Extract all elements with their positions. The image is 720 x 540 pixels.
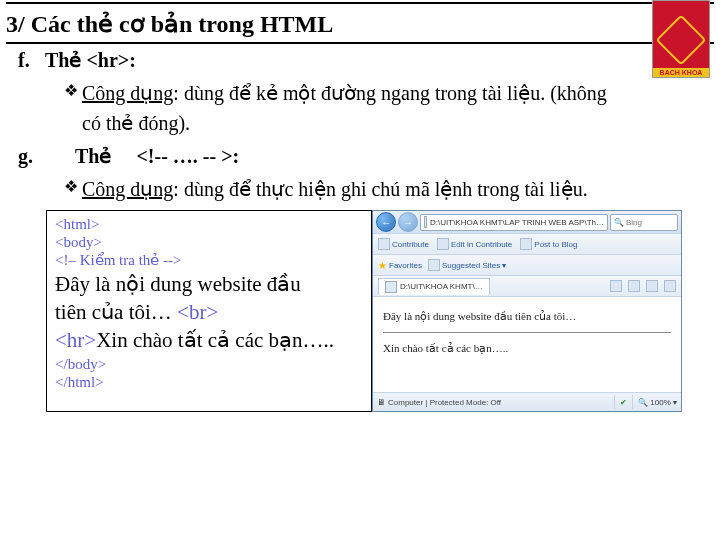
browser-tab[interactable]: D:\UIT\KHOA KHMT\… (378, 278, 490, 295)
page-title: 3/ Các thẻ cơ bản trong HTML (0, 4, 720, 42)
section-f-heading: f. Thẻ <hr>: (18, 48, 710, 72)
code-example-box: <html> <body> <!– Kiểm tra thẻ --> Đây l… (46, 210, 372, 412)
code-line: Đây là nội dung website đầu (55, 271, 363, 297)
code-line: <!– Kiểm tra thẻ --> (55, 251, 363, 269)
code-line: <body> (55, 233, 363, 251)
code-line: <html> (55, 215, 363, 233)
logo-text: BACH KHOA (653, 68, 709, 77)
browser-preview: ← → D:\UIT\KHOA KHMT\LAP TRINH WEB ASP\T… (372, 210, 682, 412)
post-to-blog-button[interactable]: Post to Blog (520, 238, 577, 250)
computer-icon: 🖥 (377, 398, 385, 407)
code-line: </html> (55, 373, 363, 391)
suggested-sites-button[interactable]: Suggested Sites ▾ (428, 259, 506, 271)
home-icon[interactable] (610, 280, 622, 292)
bullet-label: Công dụng (82, 178, 173, 200)
search-box[interactable]: 🔍Bing (610, 214, 678, 231)
contribute-button[interactable]: Contribute (378, 238, 429, 250)
section-letter: g. (18, 145, 40, 168)
hr-output (383, 332, 671, 333)
section-title-tag: <!-- …. -- >: (136, 145, 239, 167)
page-icon (424, 216, 427, 228)
bullet-continuation: có thẻ đóng). (82, 108, 710, 138)
favorites-button[interactable]: ★Favorites (378, 260, 422, 271)
section-g-heading: g. Thẻ <!-- …. -- >: (18, 144, 710, 168)
shield-icon: ✔ (620, 398, 627, 407)
back-button[interactable]: ← (376, 212, 396, 232)
code-line: tiên của tôi… <br> (55, 299, 363, 325)
browser-tab-bar: D:\UIT\KHOA KHMT\… (373, 276, 681, 297)
browser-titlebar: ← → D:\UIT\KHOA KHMT\LAP TRINH WEB ASP\T… (373, 211, 681, 234)
page-line-1: Đây là nội dung website đầu tiên của tôi… (383, 309, 671, 324)
browser-page-content: Đây là nội dung website đầu tiên của tôi… (373, 297, 681, 392)
section-letter: f. (18, 49, 40, 72)
browser-toolbar-contribute: Contribute Edit in Contribute Post to Bl… (373, 234, 681, 255)
page-line-2: Xin chào tất cả các bạn….. (383, 341, 671, 356)
star-icon: ★ (378, 260, 387, 271)
bullet-label: Công dụng (82, 82, 173, 104)
section-title: Thẻ <hr>: (45, 49, 136, 71)
section-g-bullet: ❖ Công dụng: dùng để thực hiện ghi chú m… (64, 174, 710, 204)
browser-favorites-bar: ★Favorites Suggested Sites ▾ (373, 255, 681, 276)
address-bar[interactable]: D:\UIT\KHOA KHMT\LAP TRINH WEB ASP\Th… (420, 214, 608, 231)
logo-diamond (656, 15, 707, 66)
code-line: <hr>Xin chào tất cả các bạn….. (55, 327, 363, 353)
mail-icon[interactable] (646, 280, 658, 292)
edit-in-contribute-button[interactable]: Edit in Contribute (437, 238, 512, 250)
feed-icon[interactable] (628, 280, 640, 292)
bullet-text: Công dụng: dùng để kẻ một đường ngang tr… (82, 78, 710, 108)
code-line: </body> (55, 355, 363, 373)
diamond-bullet-icon: ❖ (64, 78, 82, 104)
zoom-label[interactable]: 🔍 100% ▾ (638, 398, 677, 407)
print-icon[interactable] (664, 280, 676, 292)
school-logo: BACH KHOA (652, 0, 710, 78)
browser-status-bar: 🖥 Computer | Protected Mode: Off ✔ 🔍 100… (373, 392, 681, 411)
bullet-text: Công dụng: dùng để thực hiện ghi chú mã … (82, 174, 710, 204)
diamond-bullet-icon: ❖ (64, 174, 82, 200)
section-f-bullet: ❖ Công dụng: dùng để kẻ một đường ngang … (64, 78, 710, 108)
section-title-pre: Thẻ (75, 145, 111, 167)
forward-button[interactable]: → (398, 212, 418, 232)
page-icon (385, 281, 397, 293)
